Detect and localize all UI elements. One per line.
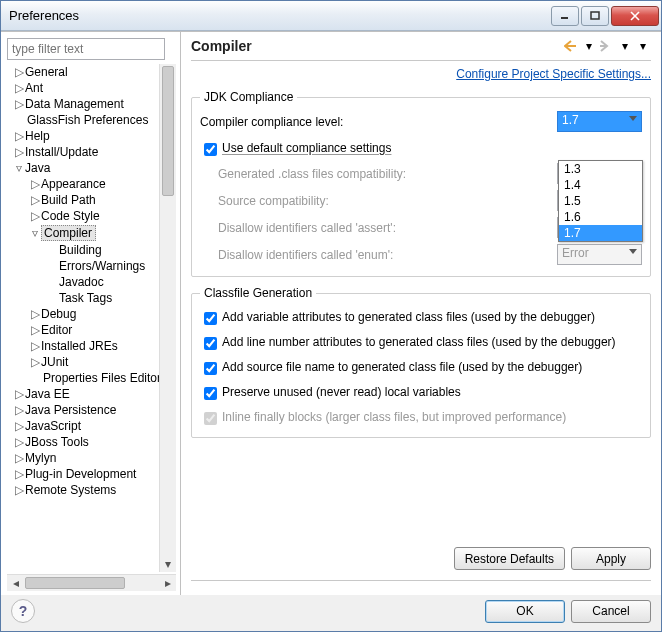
tree-item[interactable]: ▷Plug-in Development (11, 466, 176, 482)
dropdown-option[interactable]: 1.5 (559, 193, 642, 209)
tree-twisty-icon[interactable]: ▷ (29, 355, 41, 369)
use-default-checkbox[interactable] (204, 143, 217, 156)
c3-row: Add source file name to generated class … (200, 354, 642, 379)
tree-twisty-icon[interactable]: ▷ (29, 193, 41, 207)
tree-item[interactable]: ▷JBoss Tools (11, 434, 176, 450)
tree-item-label: Java EE (25, 387, 70, 401)
add-source-checkbox[interactable] (204, 362, 217, 375)
tree-item[interactable]: ▷Install/Update (11, 144, 176, 160)
tree-item[interactable]: Task Tags (11, 290, 176, 306)
tree-twisty-icon[interactable]: ▷ (13, 467, 25, 481)
c4-label: Preserve unused (never read) local varia… (222, 385, 642, 399)
horizontal-scrollbar[interactable]: ◂ ▸ (7, 574, 176, 591)
tree-item-label: Errors/Warnings (59, 259, 145, 273)
tree-twisty-icon[interactable]: ▷ (13, 129, 25, 143)
tree-item-label: General (25, 65, 68, 79)
scroll-right-icon[interactable]: ▸ (159, 575, 176, 591)
add-variable-checkbox[interactable] (204, 312, 217, 325)
tree-twisty-icon[interactable]: ▷ (13, 65, 25, 79)
tree-item[interactable]: Properties Files Editor (11, 370, 176, 386)
tree-twisty-icon[interactable]: ▷ (13, 387, 25, 401)
tree-item[interactable]: ▷Ant (11, 80, 176, 96)
filter-input[interactable] (7, 38, 165, 60)
restore-defaults-button[interactable]: Restore Defaults (454, 547, 565, 570)
tree-twisty-icon[interactable]: ▷ (13, 435, 25, 449)
separator (191, 580, 651, 581)
tree-item[interactable]: ▿Java (11, 160, 176, 176)
tree-twisty-icon[interactable]: ▷ (13, 419, 25, 433)
tree-item-label: Install/Update (25, 145, 98, 159)
dropdown-option[interactable]: 1.7 (559, 225, 642, 241)
tree-item[interactable]: ▷Help (11, 128, 176, 144)
preference-tree[interactable]: ▷General▷Ant▷Data ManagementGlassFish Pr… (7, 64, 176, 572)
tree-item[interactable]: ▷JUnit (11, 354, 176, 370)
c5-label: Inline finally blocks (larger class file… (222, 410, 642, 424)
hscroll-thumb[interactable] (25, 577, 125, 589)
tree-item-label: Properties Files Editor (43, 371, 161, 385)
svg-rect-1 (591, 12, 599, 19)
classfile-group-title: Classfile Generation (200, 286, 316, 300)
help-icon[interactable]: ? (11, 599, 35, 623)
apply-button[interactable]: Apply (571, 547, 651, 570)
back-menu-icon[interactable]: ▾ (581, 38, 597, 54)
cancel-button[interactable]: Cancel (571, 600, 651, 623)
scroll-down-icon[interactable]: ▾ (160, 555, 176, 572)
forward-arrow-icon[interactable] (599, 38, 615, 54)
tree-wrap: ▷General▷Ant▷Data ManagementGlassFish Pr… (7, 64, 176, 572)
close-button[interactable] (611, 6, 659, 26)
tree-item[interactable]: ▷Remote Systems (11, 482, 176, 498)
dropdown-option[interactable]: 1.3 (559, 161, 642, 177)
tree-item[interactable]: ▷Installed JREs (11, 338, 176, 354)
tree-twisty-icon[interactable]: ▷ (29, 307, 41, 321)
c5-row: Inline finally blocks (larger class file… (200, 404, 642, 429)
configure-project-link[interactable]: Configure Project Specific Settings... (456, 67, 651, 81)
use-default-label: Use default compliance settings (222, 141, 642, 155)
dialog-body: ▷General▷Ant▷Data ManagementGlassFish Pr… (1, 31, 661, 595)
dropdown-option[interactable]: 1.6 (559, 209, 642, 225)
tree-item[interactable]: Building (11, 242, 176, 258)
compliance-level-select[interactable]: 1.7 (557, 111, 642, 132)
tree-item[interactable]: ▷JavaScript (11, 418, 176, 434)
tree-item[interactable]: ▷General (11, 64, 176, 80)
tree-twisty-icon[interactable]: ▷ (13, 451, 25, 465)
tree-twisty-icon[interactable]: ▿ (13, 161, 25, 175)
tree-item-label: GlassFish Preferences (27, 113, 148, 127)
tree-item[interactable]: ▷Appearance (11, 176, 176, 192)
add-line-checkbox[interactable] (204, 337, 217, 350)
tree-item[interactable]: ▷Java Persistence (11, 402, 176, 418)
tree-twisty-icon[interactable]: ▷ (13, 145, 25, 159)
tree-twisty-icon[interactable]: ▷ (29, 177, 41, 191)
tree-item[interactable]: ▷Mylyn (11, 450, 176, 466)
tree-twisty-icon[interactable]: ▿ (29, 226, 41, 240)
tree-twisty-icon[interactable]: ▷ (29, 323, 41, 337)
tree-item[interactable]: ▷Java EE (11, 386, 176, 402)
tree-item[interactable]: ▷Data Management (11, 96, 176, 112)
preserve-unused-checkbox[interactable] (204, 387, 217, 400)
view-menu-icon[interactable]: ▾ (635, 38, 651, 54)
tree-item[interactable]: Javadoc (11, 274, 176, 290)
dropdown-option[interactable]: 1.4 (559, 177, 642, 193)
tree-item[interactable]: ▷Build Path (11, 192, 176, 208)
tree-item[interactable]: ▷Editor (11, 322, 176, 338)
tree-item[interactable]: ▷Debug (11, 306, 176, 322)
tree-item[interactable]: ▷Code Style (11, 208, 176, 224)
vertical-scrollbar[interactable]: ▴ ▾ (159, 64, 176, 572)
scroll-thumb[interactable] (162, 66, 174, 196)
back-arrow-icon[interactable] (563, 38, 579, 54)
maximize-button[interactable] (581, 6, 609, 26)
tree-item[interactable]: GlassFish Preferences (11, 112, 176, 128)
tree-item[interactable]: Errors/Warnings (11, 258, 176, 274)
tree-twisty-icon[interactable]: ▷ (13, 483, 25, 497)
tree-twisty-icon[interactable]: ▷ (13, 403, 25, 417)
tree-twisty-icon[interactable]: ▷ (13, 97, 25, 111)
compliance-dropdown[interactable]: 1.31.41.51.61.7 (558, 160, 643, 242)
tree-twisty-icon[interactable]: ▷ (13, 81, 25, 95)
chevron-down-icon (629, 116, 637, 121)
tree-item[interactable]: ▿Compiler (11, 224, 176, 242)
ok-button[interactable]: OK (485, 600, 565, 623)
forward-menu-icon[interactable]: ▾ (617, 38, 633, 54)
tree-twisty-icon[interactable]: ▷ (29, 209, 41, 223)
tree-twisty-icon[interactable]: ▷ (29, 339, 41, 353)
minimize-button[interactable] (551, 6, 579, 26)
scroll-left-icon[interactable]: ◂ (7, 575, 24, 591)
